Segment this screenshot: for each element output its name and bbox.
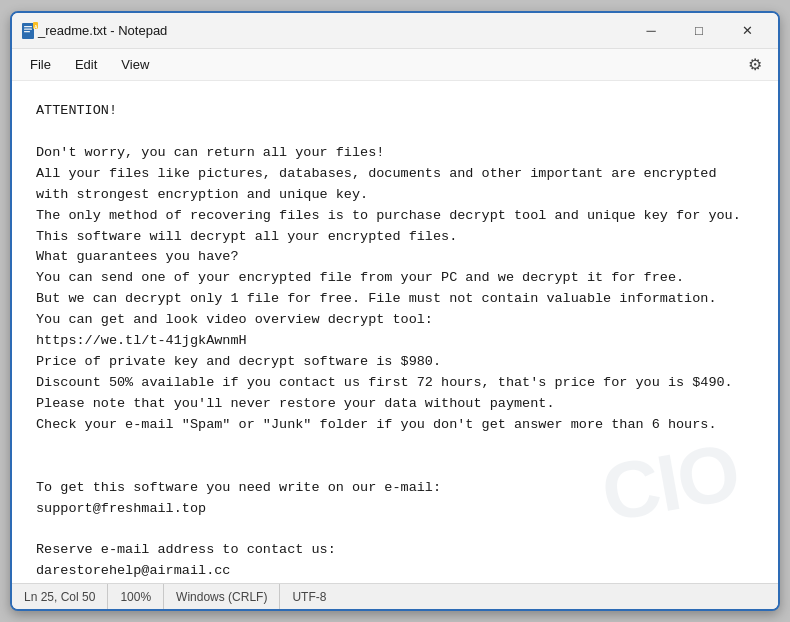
- line-ending: Windows (CRLF): [164, 584, 280, 609]
- minimize-button[interactable]: ─: [628, 15, 674, 47]
- menu-file[interactable]: File: [20, 53, 61, 76]
- notepad-window: A _readme.txt - Notepad ─ □ ✕ File Edit …: [10, 11, 780, 611]
- menu-view[interactable]: View: [111, 53, 159, 76]
- encoding: UTF-8: [280, 584, 338, 609]
- svg-rect-1: [24, 26, 32, 27]
- svg-rect-2: [24, 28, 32, 29]
- text-editor-area[interactable]: CIO ATTENTION! Don't worry, you can retu…: [12, 81, 778, 583]
- file-content: ATTENTION! Don't worry, you can return a…: [36, 101, 754, 583]
- app-icon: A: [20, 22, 38, 40]
- maximize-button[interactable]: □: [676, 15, 722, 47]
- settings-icon[interactable]: ⚙: [740, 51, 770, 79]
- zoom-level: 100%: [108, 584, 164, 609]
- window-title: _readme.txt - Notepad: [38, 23, 628, 38]
- status-bar: Ln 25, Col 50 100% Windows (CRLF) UTF-8: [12, 583, 778, 609]
- cursor-position: Ln 25, Col 50: [24, 584, 108, 609]
- menu-edit[interactable]: Edit: [65, 53, 107, 76]
- close-button[interactable]: ✕: [724, 15, 770, 47]
- svg-rect-3: [24, 31, 30, 32]
- title-bar: A _readme.txt - Notepad ─ □ ✕: [12, 13, 778, 49]
- menu-bar: File Edit View ⚙: [12, 49, 778, 81]
- window-controls: ─ □ ✕: [628, 15, 770, 47]
